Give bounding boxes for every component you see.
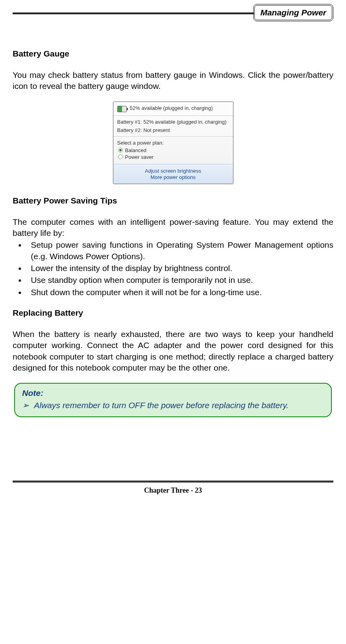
popup-footer: Adjust screen brightness More power opti… [113,164,233,184]
radio-balanced-row[interactable]: Balanced [118,147,229,153]
popup-main-status: 52% available (plugged in, charging) [130,105,213,111]
chapter-title: Managing Power [260,8,326,17]
heading-battery-gauge: Battery Gauge [13,49,333,58]
footer-rule [13,480,333,482]
list-item: Shut down the computer when it will not … [13,287,333,298]
popup-battery1: Battery #1: 52% available (plugged in, c… [117,119,229,125]
saving-tips-list: Setup power saving functions in Operatin… [13,239,333,298]
page-header: Managing Power [13,4,333,21]
list-item: Use standby option when computer is temp… [13,275,333,286]
text-battery-gauge: You may check battery status from batter… [13,70,333,92]
heading-replacing: Replacing Battery [13,308,333,318]
page-footer: Chapter Three - 23 [13,480,333,495]
text-replacing: When the battery is nearly exhausted, th… [13,329,333,373]
radio-unselected-icon [118,154,123,159]
header-rule [13,12,254,14]
arrow-icon: ➢ [22,400,34,411]
footer-text: Chapter Three - 23 [13,486,333,495]
chapter-title-box: Managing Power [253,4,333,21]
radio-saver-label: Power saver [125,154,154,160]
battery-icon [117,106,127,112]
battery-popup: 52% available (plugged in, charging) Bat… [113,102,233,184]
list-item: Lower the intensity of the display by br… [13,263,333,274]
link-brightness[interactable]: Adjust screen brightness [117,168,229,174]
popup-screenshot-wrap: 52% available (plugged in, charging) Bat… [13,102,333,184]
document-page: Managing Power Battery Gauge You may che… [0,0,346,507]
radio-balanced-label: Balanced [125,147,147,153]
text-saving-tips-intro: The computer comes with an intelligent p… [13,217,333,239]
heading-saving-tips: Battery Power Saving Tips [13,196,333,205]
radio-saver-row[interactable]: Power saver [118,154,229,160]
link-more-options[interactable]: More power options [117,174,229,180]
list-item: Setup power saving functions in Operatin… [13,239,333,262]
note-box: Note: ➢ Always remember to turn OFF the … [14,383,332,417]
popup-status-row: 52% available (plugged in, charging) [117,105,229,112]
popup-plan-label: Select a power plan: [117,140,229,146]
note-title: Note: [22,388,324,399]
note-text: Always remember to turn OFF the power be… [34,400,324,411]
popup-battery2: Battery #2: Not present [117,127,229,133]
radio-selected-icon [118,148,123,153]
